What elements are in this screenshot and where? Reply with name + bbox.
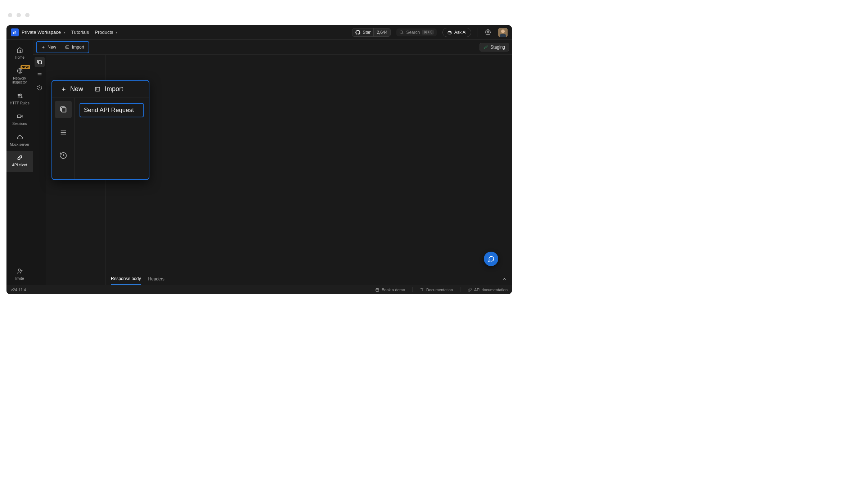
close-window-button[interactable]	[8, 13, 12, 17]
minimize-window-button[interactable]	[17, 13, 21, 17]
collections-tab[interactable]	[35, 57, 45, 67]
maximize-window-button[interactable]	[25, 13, 30, 17]
sidebar-item-mock-server[interactable]: Mock server	[6, 130, 33, 151]
chevron-down-icon: ▾	[64, 30, 66, 34]
window-traffic-lights	[8, 13, 30, 17]
popover-tabs-rail	[52, 98, 75, 179]
sliders-icon	[17, 93, 23, 99]
sidebar-item-label: Home	[13, 55, 26, 60]
popover-collections-tab[interactable]	[55, 101, 72, 118]
sidebar-item-label: API client	[10, 163, 28, 167]
sidebar-item-http-rules[interactable]: HTTP Rules	[6, 89, 33, 110]
secondary-toolbar: New Import Staging	[33, 40, 512, 55]
sidebar-item-home[interactable]: Home	[6, 43, 33, 64]
svg-point-11	[18, 95, 19, 96]
response-tabs: Response body Headers	[106, 273, 512, 285]
popover-history-tab[interactable]	[55, 147, 72, 164]
zoom-callout-popover: New Import	[51, 80, 149, 180]
new-label: New	[70, 85, 83, 93]
user-plus-icon	[17, 268, 23, 274]
search-shortcut: ⌘+K	[422, 30, 434, 35]
github-star-button[interactable]: Star 2,644	[352, 28, 391, 37]
request-editor-area[interactable]	[106, 55, 512, 269]
new-button-large[interactable]: New	[57, 83, 87, 95]
environments-tab[interactable]	[35, 70, 45, 80]
collections-icon	[37, 59, 42, 65]
popover-header: New Import	[52, 81, 149, 98]
svg-point-7	[501, 30, 505, 33]
statusbar: v24.11.4 Book a demo Documentation API d…	[6, 285, 512, 294]
divider	[477, 28, 477, 37]
sidebar-item-invite[interactable]: Invite	[6, 264, 33, 285]
tutorials-link[interactable]: Tutorials	[71, 30, 89, 35]
topbar: Private Workspace ▾ Tutorials Products ▾…	[6, 25, 512, 40]
layers-icon	[59, 129, 67, 136]
svg-rect-8	[500, 34, 506, 37]
svg-rect-13	[17, 115, 21, 118]
workspace-selector[interactable]: Private Workspace ▾	[11, 28, 66, 36]
collection-title-input[interactable]	[80, 104, 143, 117]
environment-label: Staging	[490, 45, 505, 50]
book-demo-link[interactable]: Book a demo	[375, 287, 405, 292]
settings-button[interactable]	[483, 28, 492, 37]
terminal-icon	[94, 86, 101, 92]
chevron-down-icon: ▾	[116, 30, 117, 34]
tab-response-body[interactable]: Response body	[111, 273, 141, 285]
video-icon	[17, 113, 23, 120]
svg-point-4	[450, 32, 450, 33]
app-frame: Private Workspace ▾ Tutorials Products ▾…	[6, 25, 512, 294]
response-collapse-toggle[interactable]	[502, 276, 507, 282]
sidebar-item-label: Sessions	[11, 122, 28, 126]
new-label: New	[48, 45, 56, 50]
book-icon	[420, 288, 424, 292]
primary-sidebar: Home NEW Network inspector HTTP Rules Se…	[6, 40, 33, 285]
popover-environments-tab[interactable]	[55, 124, 72, 141]
svg-point-14	[18, 269, 20, 271]
import-button[interactable]: Import	[61, 43, 88, 51]
chevron-up-icon	[502, 276, 507, 282]
svg-rect-19	[62, 108, 66, 112]
import-label: Import	[72, 45, 84, 50]
history-icon	[59, 152, 67, 159]
sidebar-item-label: Invite	[14, 276, 26, 281]
workspace-label: Private Workspace	[22, 30, 61, 35]
gear-icon	[485, 29, 491, 35]
tab-response-headers[interactable]: Headers	[148, 274, 164, 284]
history-tab[interactable]	[35, 83, 45, 93]
documentation-link[interactable]: Documentation	[420, 287, 453, 292]
layers-icon	[37, 72, 42, 78]
search-input[interactable]: Search ⌘+K	[396, 28, 437, 36]
plus-icon	[41, 45, 45, 49]
api-client-tabs-rail	[33, 55, 46, 285]
environment-selector[interactable]: Staging	[480, 43, 509, 51]
github-icon	[355, 30, 360, 35]
svg-point-3	[449, 32, 449, 33]
import-button-large[interactable]: Import	[90, 83, 127, 95]
lock-icon	[11, 28, 19, 36]
version-label: v24.11.4	[11, 288, 26, 292]
sidebar-item-sessions[interactable]: Sessions	[6, 109, 33, 130]
svg-point-5	[487, 31, 489, 33]
new-button[interactable]: New	[37, 43, 60, 51]
sidebar-item-label: Network inspector	[6, 76, 33, 85]
github-star-count: 2,644	[373, 28, 390, 36]
sidebar-item-network-inspector[interactable]: NEW Network inspector	[6, 64, 33, 89]
bot-icon	[447, 30, 452, 35]
api-documentation-link[interactable]: API documentation	[468, 287, 508, 292]
products-label: Products	[95, 30, 113, 35]
products-menu[interactable]: Products ▾	[95, 30, 117, 35]
cloud-icon	[17, 134, 23, 140]
ask-ai-label: Ask AI	[454, 30, 467, 35]
resize-handle[interactable]: ::::::::::	[106, 269, 512, 273]
ask-ai-button[interactable]: Ask AI	[442, 28, 471, 37]
plug-icon	[17, 154, 23, 161]
sidebar-item-api-client[interactable]: API client	[6, 151, 33, 172]
chat-fab[interactable]	[484, 252, 498, 266]
history-icon	[37, 85, 42, 91]
home-icon	[17, 47, 23, 53]
link-icon	[468, 288, 472, 292]
import-label: Import	[105, 85, 123, 93]
request-pane: :::::::::: Response body Headers	[106, 55, 512, 285]
svg-rect-2	[448, 31, 451, 34]
avatar[interactable]	[498, 28, 508, 37]
